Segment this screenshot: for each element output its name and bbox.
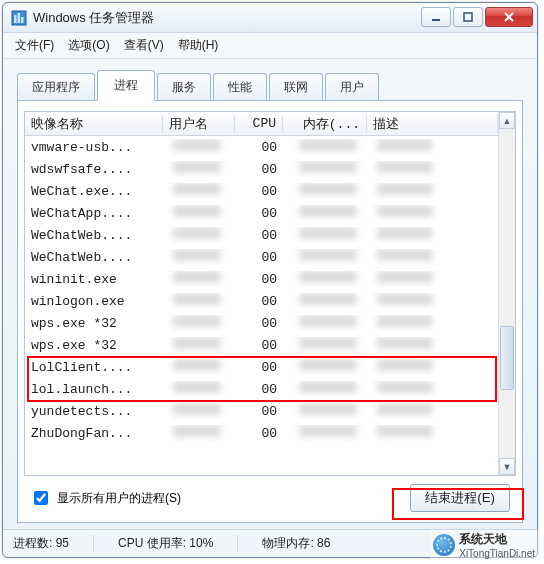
scroll-down-button[interactable]: ▼ (499, 458, 515, 475)
close-button[interactable] (485, 7, 533, 27)
col-description[interactable]: 描述 (367, 115, 498, 133)
cell-user-name (163, 425, 235, 441)
cell-description (367, 161, 498, 177)
panel-bottom: 显示所有用户的进程(S) 结束进程(E) (24, 476, 516, 514)
cell-cpu: 00 (235, 206, 283, 221)
show-all-users-input[interactable] (34, 491, 48, 505)
tab-applications[interactable]: 应用程序 (17, 73, 95, 101)
col-cpu[interactable]: CPU (235, 116, 283, 131)
cell-user-name (163, 381, 235, 397)
menu-view[interactable]: 查看(V) (124, 37, 164, 54)
table-row[interactable]: WeChatWeb....00 (25, 246, 498, 268)
menu-options[interactable]: 选项(O) (68, 37, 109, 54)
status-cpu-usage: CPU 使用率: 10% (118, 535, 238, 552)
cell-image-name: lol.launch... (25, 382, 163, 397)
menu-file[interactable]: 文件(F) (15, 37, 54, 54)
cell-user-name (163, 337, 235, 353)
end-process-button[interactable]: 结束进程(E) (410, 484, 510, 512)
cell-memory (283, 227, 367, 243)
table-row[interactable]: winlogon.exe00 (25, 290, 498, 312)
tab-users[interactable]: 用户 (325, 73, 379, 101)
table-row[interactable]: wininit.exe00 (25, 268, 498, 290)
cell-description (367, 403, 498, 419)
processes-panel: 映像名称 用户名 CPU 内存(... 描述 vmware-usb...00wd… (17, 100, 523, 523)
watermark-icon (433, 534, 455, 556)
tab-networking[interactable]: 联网 (269, 73, 323, 101)
titlebar[interactable]: Windows 任务管理器 (3, 3, 537, 33)
tab-services[interactable]: 服务 (157, 73, 211, 101)
show-all-users-checkbox[interactable]: 显示所有用户的进程(S) (30, 488, 181, 508)
menubar: 文件(F) 选项(O) 查看(V) 帮助(H) (3, 33, 537, 59)
cell-cpu: 00 (235, 404, 283, 419)
cell-memory (283, 183, 367, 199)
svg-rect-5 (464, 13, 472, 21)
svg-rect-1 (14, 15, 17, 23)
process-list: 映像名称 用户名 CPU 内存(... 描述 vmware-usb...00wd… (24, 111, 516, 476)
cell-description (367, 271, 498, 287)
cell-cpu: 00 (235, 272, 283, 287)
window-controls (421, 7, 533, 29)
table-row[interactable]: WeChatApp....00 (25, 202, 498, 224)
svg-rect-2 (18, 13, 21, 23)
table-row[interactable]: WeChat.exe...00 (25, 180, 498, 202)
cell-cpu: 00 (235, 162, 283, 177)
cell-memory (283, 293, 367, 309)
scroll-track[interactable] (499, 129, 515, 458)
scroll-up-button[interactable]: ▲ (499, 112, 515, 129)
table-row[interactable]: vmware-usb...00 (25, 136, 498, 158)
minimize-button[interactable] (421, 7, 451, 27)
col-memory[interactable]: 内存(... (283, 115, 367, 133)
cell-description (367, 337, 498, 353)
cell-memory (283, 359, 367, 375)
table-row[interactable]: wps.exe *3200 (25, 312, 498, 334)
vertical-scrollbar[interactable]: ▲ ▼ (498, 112, 515, 475)
status-physical-memory: 物理内存: 86 (262, 535, 354, 552)
cell-cpu: 00 (235, 250, 283, 265)
cell-cpu: 00 (235, 426, 283, 441)
table-row[interactable]: wps.exe *3200 (25, 334, 498, 356)
task-manager-icon (11, 10, 27, 26)
table-row[interactable]: ZhuDongFan...00 (25, 422, 498, 444)
cell-memory (283, 161, 367, 177)
cell-user-name (163, 227, 235, 243)
show-all-users-label: 显示所有用户的进程(S) (57, 490, 181, 507)
cell-user-name (163, 315, 235, 331)
maximize-button[interactable] (453, 7, 483, 27)
cell-memory (283, 205, 367, 221)
cell-cpu: 00 (235, 382, 283, 397)
cell-memory (283, 249, 367, 265)
watermark-url: XiTongTianDi.net (459, 548, 535, 559)
table-row[interactable]: yundetects...00 (25, 400, 498, 422)
cell-cpu: 00 (235, 140, 283, 155)
cell-image-name: WeChatWeb.... (25, 250, 163, 265)
table-row[interactable]: lol.launch...00 (25, 378, 498, 400)
table-row[interactable]: WeChatWeb....00 (25, 224, 498, 246)
column-headers: 映像名称 用户名 CPU 内存(... 描述 (25, 112, 498, 136)
cell-description (367, 183, 498, 199)
cell-image-name: ZhuDongFan... (25, 426, 163, 441)
col-image-name[interactable]: 映像名称 (25, 115, 163, 133)
cell-user-name (163, 139, 235, 155)
cell-cpu: 00 (235, 316, 283, 331)
cell-cpu: 00 (235, 360, 283, 375)
window-title: Windows 任务管理器 (33, 9, 421, 27)
table-row[interactable]: wdswfsafe....00 (25, 158, 498, 180)
cell-description (367, 381, 498, 397)
cell-user-name (163, 249, 235, 265)
cell-description (367, 227, 498, 243)
cell-user-name (163, 271, 235, 287)
cell-image-name: vmware-usb... (25, 140, 163, 155)
scroll-thumb[interactable] (500, 326, 514, 390)
cell-description (367, 205, 498, 221)
cell-memory (283, 139, 367, 155)
table-row[interactable]: LolClient....00 (25, 356, 498, 378)
cell-image-name: wps.exe *32 (25, 316, 163, 331)
cell-description (367, 293, 498, 309)
tab-processes[interactable]: 进程 (97, 70, 155, 101)
cell-memory (283, 425, 367, 441)
tab-performance[interactable]: 性能 (213, 73, 267, 101)
col-user-name[interactable]: 用户名 (163, 115, 235, 133)
menu-help[interactable]: 帮助(H) (178, 37, 219, 54)
status-process-count: 进程数: 95 (13, 535, 94, 552)
cell-cpu: 00 (235, 338, 283, 353)
